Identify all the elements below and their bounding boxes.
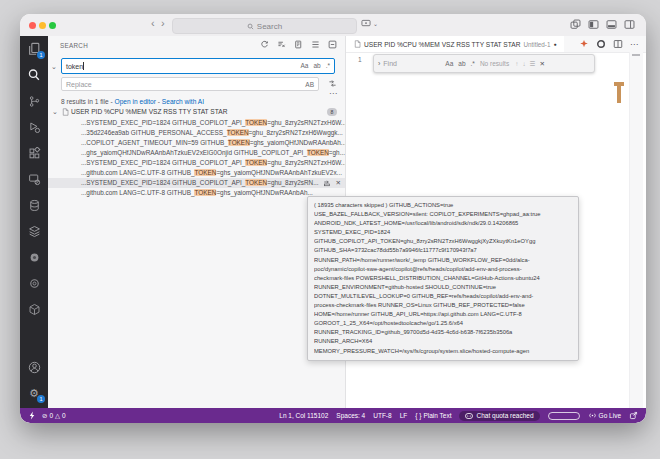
previous-match-icon[interactable]: ↑ <box>515 60 518 67</box>
next-match-icon[interactable]: ↓ <box>522 60 525 67</box>
search-result-row[interactable]: ...SYSTEMD_EXEC_PID=1824 GITHUB_COPILOT_… <box>48 178 345 188</box>
indentation[interactable]: Spaces: 4 <box>336 412 365 419</box>
toggle-primary-sidebar-icon[interactable] <box>588 19 599 30</box>
more-actions-icon[interactable]: ⋯ <box>630 39 638 50</box>
activity-extensions[interactable] <box>20 140 48 166</box>
toggle-replace-icon[interactable]: ⌄ <box>51 63 57 71</box>
whole-word-toggle[interactable]: ab <box>458 60 465 67</box>
match-highlight: TOKEN <box>227 129 249 136</box>
match-highlight: TOKEN <box>194 169 216 176</box>
activity-extension-swirl[interactable] <box>20 270 48 296</box>
search-with-ai-link[interactable]: Search with AI <box>162 98 204 105</box>
remote-indicator-icon[interactable] <box>28 411 36 420</box>
extension-action-icon[interactable] <box>579 39 589 49</box>
broadcast-icon <box>588 411 597 420</box>
activity-package[interactable] <box>20 296 48 322</box>
chat-quota-status[interactable]: Chat quota reached <box>459 411 539 421</box>
toggle-search-details-icon[interactable]: ⋯ <box>329 89 337 98</box>
search-result-row[interactable]: ...github.com LANG=C.UTF-8 GITHUB_TOKEN=… <box>48 188 345 198</box>
find-in-selection-icon[interactable]: ☰ <box>530 60 536 68</box>
tooltip-line: ANDROID_NDK_LATEST_HOME=/usr/local/lib/a… <box>314 219 572 228</box>
regex-toggle[interactable]: .* <box>326 62 330 69</box>
search-sidebar: SEARCH ⌄ token Aa ab .* Re <box>48 36 346 408</box>
tooltip-line: RUNNER_ARCH=X64 <box>314 337 572 346</box>
result-file-name: USER PID %CPU %MEM VSZ RSS TTY STAT STAR <box>71 106 227 117</box>
find-input[interactable]: Find <box>383 60 445 67</box>
match-case-toggle[interactable]: Aa <box>445 60 453 67</box>
replace-all-icon[interactable] <box>328 79 337 88</box>
search-result-row[interactable]: ...SYSTEMD_EXEC_PID=1824 GITHUB_COPILOT_… <box>48 118 345 128</box>
replace-input[interactable]: Replace AB <box>61 77 319 91</box>
close-window-button[interactable] <box>29 22 36 29</box>
tooltip-line: DOTNET_MULTILEVEL_LOOKUP=0 GITHUB_REF=re… <box>314 292 572 301</box>
tab-untitled-1[interactable]: USER PID %CPU %MEM VSZ RSS TTY STAT STAR… <box>346 36 564 52</box>
minimap[interactable] <box>629 52 643 408</box>
share-icon[interactable] <box>629 411 638 420</box>
refresh-icon[interactable] <box>260 40 269 49</box>
go-live-button[interactable]: Go Live <box>588 411 621 420</box>
replace-match-icon[interactable] <box>323 179 331 187</box>
tooltip-line: process-checkmark-files RUNNER_OS=Linux … <box>314 301 572 310</box>
search-result-row[interactable]: ...github.com LANG=C.UTF-8 GITHUB_TOKEN=… <box>48 168 345 178</box>
account-icon <box>28 361 41 374</box>
preserve-case-toggle[interactable]: AB <box>305 81 314 88</box>
dismiss-match-icon[interactable]: ✕ <box>336 178 341 188</box>
search-result-row[interactable]: ...SYSTEMD_EXEC_PID=1824 GITHUB_COPILOT_… <box>48 158 345 168</box>
minimize-window-button[interactable] <box>39 22 46 29</box>
usage-meter[interactable] <box>548 412 580 420</box>
screen-share-button[interactable]: ⌄ <box>361 19 378 28</box>
titlebar-search-box[interactable]: Search <box>172 18 357 34</box>
tooltip-line: RUNNER_TRACKING_ID=github_99700d5d-4d35-… <box>314 328 572 337</box>
split-editor-icon[interactable] <box>613 39 623 49</box>
view-as-tree-icon[interactable] <box>311 40 320 49</box>
circle-extension-icon <box>28 251 41 264</box>
clear-results-icon[interactable] <box>277 40 286 49</box>
collapse-all-icon[interactable] <box>328 40 337 49</box>
titlebar-search-placeholder: Search <box>257 22 282 31</box>
activity-search[interactable] <box>20 62 48 88</box>
customize-layout-icon[interactable] <box>570 19 581 30</box>
toggle-replace-icon[interactable]: › <box>378 60 380 67</box>
close-find-icon[interactable]: ✕ <box>539 60 544 68</box>
go-live-label: Go Live <box>599 412 621 419</box>
settings-button[interactable]: ⚙ 1 <box>20 380 48 406</box>
tooltip-line: GOROOT_1_25_X64=/opt/hostedtoolcache/go/… <box>314 319 572 328</box>
match-case-toggle[interactable]: Aa <box>300 62 308 69</box>
errors-warnings[interactable]: ⊘ 0 △ 0 <box>42 412 66 420</box>
activity-layers[interactable] <box>20 218 48 244</box>
encoding[interactable]: UTF-8 <box>373 412 391 419</box>
toggle-panel-icon[interactable] <box>606 19 617 30</box>
activity-remote-explorer[interactable] <box>20 166 48 192</box>
search-result-row[interactable]: ...ghs_yaiomQHfJNDwRAAnbAhTzkuEV2xElG0On… <box>48 148 345 158</box>
chevron-down-icon: ⌄ <box>373 20 378 27</box>
eol[interactable]: LF <box>400 412 408 419</box>
regex-toggle[interactable]: .* <box>471 60 475 67</box>
language-mode[interactable]: { } Plain Text <box>415 412 451 419</box>
minimap-line <box>632 54 640 56</box>
search-input[interactable]: token Aa ab .* <box>61 58 335 74</box>
activity-source-control[interactable] <box>20 88 48 114</box>
search-result-row[interactable]: ...35d2246ea9ab GITHUB_PERSONAL_ACCESS_T… <box>48 128 345 138</box>
new-search-editor-icon[interactable] <box>294 40 303 49</box>
tab-description: Untitled-1 <box>523 41 550 48</box>
activity-run-debug[interactable] <box>20 114 48 140</box>
activity-extension-circle[interactable] <box>20 244 48 270</box>
explorer-badge: 1 <box>37 51 45 59</box>
modified-dot-icon[interactable]: ● <box>553 41 556 47</box>
search-result-row[interactable]: ...COPILOT_AGENT_TIMEOUT_MIN=59 GITHUB_T… <box>48 138 345 148</box>
forward-icon[interactable]: › <box>161 17 165 29</box>
result-file-row[interactable]: ⌄ USER PID %CPU %MEM VSZ RSS TTY STAT ST… <box>48 106 345 117</box>
whole-word-toggle[interactable]: ab <box>313 62 320 69</box>
back-icon[interactable]: ‹ <box>151 17 155 29</box>
database-icon <box>28 199 41 212</box>
cursor-position[interactable]: Ln 1, Col 115102 <box>279 412 328 419</box>
layers-icon <box>28 225 41 238</box>
activity-database[interactable] <box>20 192 48 218</box>
accounts-button[interactable] <box>20 354 48 380</box>
activity-explorer[interactable]: 1 <box>20 36 48 62</box>
toggle-secondary-sidebar-icon[interactable] <box>624 19 635 30</box>
match-highlight: TOKEN <box>194 189 216 196</box>
copilot-action-icon[interactable] <box>596 39 606 49</box>
open-in-editor-link[interactable]: Open in editor <box>115 98 156 105</box>
zoom-window-button[interactable] <box>49 22 56 29</box>
